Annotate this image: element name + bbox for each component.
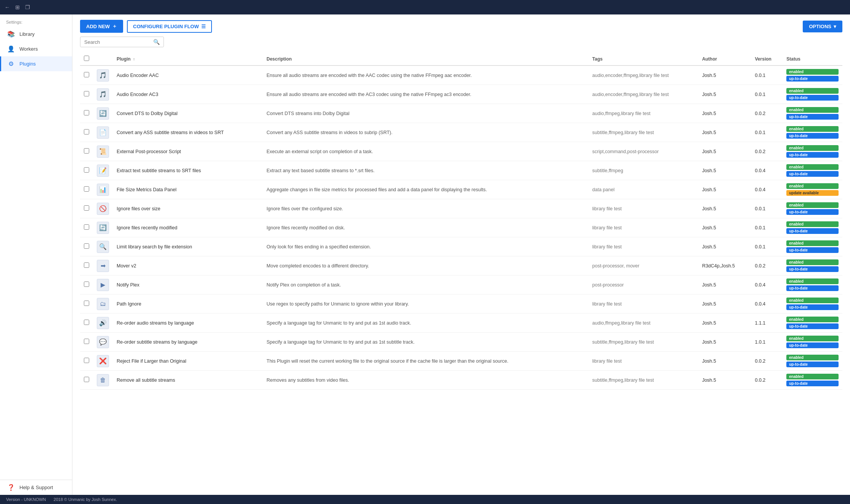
table-row: 🗂Path IgnoreUse regex to specify paths f… [80, 294, 842, 314]
status-badge: update available [786, 190, 839, 196]
plugin-tags: library file test [589, 218, 698, 237]
plugin-tags: subtitle,ffmpeg,library file test [589, 371, 698, 390]
add-new-button[interactable]: ADD NEW ＋ [80, 20, 123, 33]
plugin-thumbnail: 🔍 [97, 241, 109, 253]
plugin-name: File Size Metrics Data Panel [117, 187, 176, 192]
plugin-status-badges: enabledup-to-date [786, 336, 839, 348]
search-bar-row: 🔍 [72, 33, 850, 47]
back-icon[interactable]: ← [5, 4, 10, 10]
row-checkbox[interactable] [84, 320, 89, 325]
row-checkbox[interactable] [84, 282, 89, 287]
plugin-tags: library file test [589, 294, 698, 314]
status-badge: up-to-date [786, 247, 839, 253]
plugin-status-badges: enabledup-to-date [786, 240, 839, 253]
row-checkbox[interactable] [84, 358, 89, 363]
plugin-description: Move completed encodes to a different di… [263, 256, 589, 275]
row-checkbox[interactable] [84, 205, 89, 211]
select-all-checkbox[interactable] [84, 56, 89, 61]
plugin-tags: audio,encoder,ffmpeg,library file test [589, 85, 698, 104]
status-badge: enabled [786, 240, 839, 246]
topbar: ← ⊞ ❐ [0, 0, 850, 14]
row-checkbox[interactable] [84, 148, 89, 154]
row-checkbox[interactable] [84, 301, 89, 306]
status-badge: up-to-date [786, 76, 839, 82]
plugin-tags: subtitle,ffmpeg,library file test [589, 333, 698, 352]
sidebar-item-plugins[interactable]: ⚙ Plugins [0, 56, 72, 71]
library-icon: 📚 [7, 30, 15, 38]
plugin-author: Josh.5 [698, 66, 751, 85]
workers-icon: 👤 [7, 45, 15, 53]
plugin-status-badges: enabledup-to-date [786, 374, 839, 386]
row-checkbox[interactable] [84, 129, 89, 134]
plugin-author: Josh.5 [698, 104, 751, 123]
col-header-description: Description [263, 53, 589, 66]
sidebar-bottom: ❓ Help & Support [0, 480, 72, 495]
plugin-version: 0.0.4 [751, 275, 783, 294]
status-badge: up-to-date [786, 95, 839, 101]
plugin-tags: library file test [589, 237, 698, 256]
row-checkbox[interactable] [84, 339, 89, 344]
status-badge: enabled [786, 202, 839, 208]
plugin-description: Only look for files ending in a specifie… [263, 237, 589, 256]
table-row: ❌Reject File if Larger than OriginalThis… [80, 352, 842, 371]
plugin-author: Josh.5 [698, 275, 751, 294]
plugin-version: 0.0.4 [751, 161, 783, 180]
plugin-description: Removes any subtitles from video files. [263, 371, 589, 390]
plugin-description: Ignore files over the configured size. [263, 199, 589, 218]
plugin-thumbnail: ➡ [97, 260, 109, 272]
plugin-status-badges: enabledup-to-date [786, 298, 839, 310]
status-badge: enabled [786, 164, 839, 170]
options-label: OPTIONS [809, 24, 831, 29]
plugin-author: R3dC4p,Josh.5 [698, 256, 751, 275]
status-badge: up-to-date [786, 266, 839, 272]
plugin-thumbnail: 🗑 [97, 374, 109, 386]
plugin-name: Convert any ASS subtitle streams in vide… [117, 130, 224, 135]
sidebar-item-library[interactable]: 📚 Library [0, 27, 72, 42]
home-icon[interactable]: ⊞ [15, 4, 20, 10]
plugin-tags: script,command,post-processor [589, 142, 698, 161]
table-row: ▶Notify PlexNotify Plex on completion of… [80, 275, 842, 294]
plugin-version: 0.0.4 [751, 294, 783, 314]
plugin-author: Josh.5 [698, 142, 751, 161]
plugin-tags: audio,encoder,ffmpeg,library file test [589, 66, 698, 85]
plugin-description: Use regex to specify paths for Unmanic t… [263, 294, 589, 314]
options-button[interactable]: OPTIONS ▾ [803, 21, 842, 32]
plugin-status-badges: enabledup-to-date [786, 88, 839, 101]
status-badge: up-to-date [786, 362, 839, 367]
plugin-tags: data panel [589, 180, 698, 199]
plugin-name: Audio Encoder AC3 [117, 92, 158, 97]
plugins-icon: ⚙ [7, 60, 15, 67]
configure-plugin-flow-button[interactable]: CONFIGURE PLUGIN FLOW ☰ [127, 20, 212, 33]
row-checkbox[interactable] [84, 167, 89, 173]
row-checkbox[interactable] [84, 243, 89, 249]
plugin-name: Path Ignore [117, 301, 141, 307]
flow-icon: ☰ [201, 24, 206, 29]
plugin-tags: subtitle,ffmpeg,library file test [589, 123, 698, 142]
search-input[interactable] [84, 39, 150, 45]
row-checkbox[interactable] [84, 377, 89, 382]
plugin-author: Josh.5 [698, 180, 751, 199]
plugin-tags: library file test [589, 199, 698, 218]
table-row: 🚫Ignore files over sizeIgnore files over… [80, 199, 842, 218]
status-badge: up-to-date [786, 285, 839, 291]
sidebar-item-help-support[interactable]: ❓ Help & Support [0, 480, 72, 495]
sidebar-item-workers[interactable]: 👤 Workers [0, 42, 72, 56]
layout-icon[interactable]: ❐ [25, 4, 30, 10]
plugin-author: Josh.5 [698, 161, 751, 180]
row-checkbox[interactable] [84, 186, 89, 192]
row-checkbox[interactable] [84, 110, 89, 115]
version-label: Version - UNKNOWN [6, 497, 46, 502]
row-checkbox[interactable] [84, 262, 89, 268]
plugin-version: 1.0.1 [751, 333, 783, 352]
row-checkbox[interactable] [84, 91, 89, 96]
status-badge: up-to-date [786, 133, 839, 139]
status-badge: up-to-date [786, 304, 839, 310]
plugin-description: Ignore files recently modified on disk. [263, 218, 589, 237]
plugin-name: Ignore files recently modified [117, 225, 177, 230]
chevron-down-icon: ▾ [834, 24, 836, 29]
table-row: 🔍Limit library search by file extensionO… [80, 237, 842, 256]
row-checkbox[interactable] [84, 72, 89, 77]
bottombar: Version - UNKNOWN 2018 © Unmanic by Josh… [0, 495, 850, 504]
row-checkbox[interactable] [84, 224, 89, 230]
plugin-name: Limit library search by file extension [117, 244, 192, 250]
